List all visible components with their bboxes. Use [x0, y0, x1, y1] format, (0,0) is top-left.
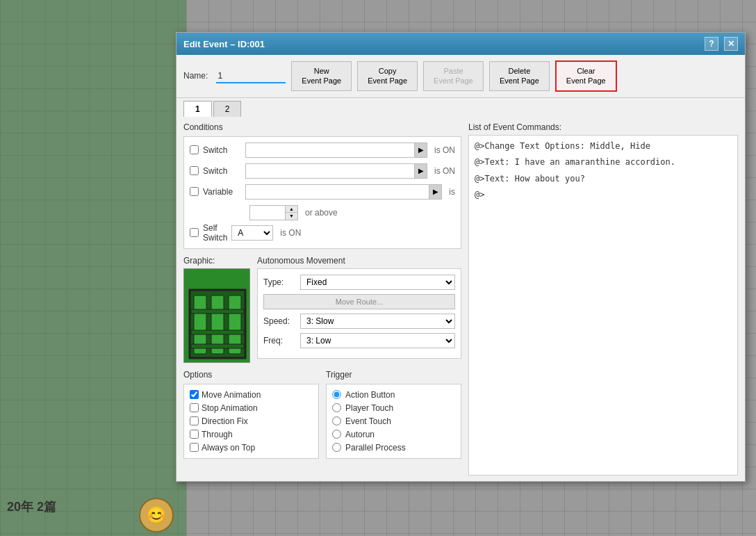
tab-2[interactable]: 2 [213, 101, 242, 117]
direction-fix-label: Direction Fix [202, 416, 248, 426]
graphic-svg [184, 268, 249, 362]
type-label: Type: [263, 277, 295, 287]
move-route-button[interactable]: Move Route... [263, 294, 455, 309]
condition-switch1-row: Switch ▶ is ON [190, 143, 455, 158]
freq-select[interactable]: 1: Lowest 2: Lower 3: Low 4: Normal 5: H… [300, 333, 455, 348]
variable-suffix: is [449, 187, 455, 197]
spin-down[interactable]: ▼ [286, 213, 297, 220]
variable-label: Variable [203, 187, 241, 197]
type-select[interactable]: Fixed Random Approach Custom [300, 275, 455, 290]
commands-label: List of Event Commands: [468, 122, 738, 132]
stop-animation-label: Stop Animation [202, 403, 258, 413]
through-checkbox[interactable] [190, 430, 199, 439]
tab-1[interactable]: 1 [183, 101, 212, 117]
trigger-event-touch-label: Event Touch [345, 416, 391, 426]
type-row: Type: Fixed Random Approach Custom [263, 275, 455, 290]
speed-select[interactable]: 1: Slowest 2: Slower 3: Slow 4: Normal 5… [300, 314, 455, 329]
trigger-action-button-radio[interactable] [332, 390, 341, 399]
option-through-row: Through [190, 430, 313, 439]
trigger-player-touch-label: Player Touch [345, 403, 393, 413]
options-area: Options Move Animation Stop Animation [183, 370, 319, 459]
condition-variable-row: Variable ▶ is [190, 184, 455, 200]
switch2-suffix: is ON [434, 166, 455, 176]
move-animation-label: Move Animation [202, 390, 261, 400]
svg-rect-5 [191, 309, 244, 314]
clear-event-page-button[interactable]: ClearEvent Page [555, 60, 617, 92]
switch1-label: Switch [203, 145, 241, 155]
speed-label: Speed: [263, 316, 295, 326]
trigger-autorun-radio[interactable] [332, 430, 341, 439]
delete-event-page-button[interactable]: DeleteEvent Page [489, 61, 550, 91]
graphic-label: Graphic: [183, 256, 250, 266]
direction-fix-checkbox[interactable] [190, 416, 199, 425]
condition-self-switch-row: SelfSwitch A B C D is ON [190, 223, 455, 243]
always-on-top-label: Always on Top [202, 443, 255, 453]
help-button[interactable]: ? [705, 37, 718, 51]
always-on-top-checkbox[interactable] [190, 443, 199, 452]
move-animation-checkbox[interactable] [190, 390, 199, 399]
freq-label: Freq: [263, 336, 295, 346]
left-panel: Conditions Switch ▶ is ON Switch ▶ [183, 122, 461, 476]
right-panel: List of Event Commands: @>Change Text Op… [468, 122, 738, 476]
cmd-line-2: @>Text: I have an amaranthine accordion. [472, 154, 734, 171]
trigger-parallel-process-radio[interactable] [332, 443, 341, 452]
freq-row: Freq: 1: Lowest 2: Lower 3: Low 4: Norma… [263, 333, 455, 348]
paste-event-page-button[interactable]: PasteEvent Page [423, 61, 484, 91]
trigger-event-touch-radio[interactable] [332, 416, 341, 425]
variable-spin-buttons: ▲ ▼ [285, 206, 297, 220]
variable-checkbox[interactable] [190, 187, 199, 196]
close-button[interactable]: ✕ [724, 37, 738, 51]
trigger-box: Action Button Player Touch Event Touch [326, 384, 461, 459]
autonomous-section: Autonomous Movement Type: Fixed Random A… [257, 256, 461, 363]
variable-value-row: ▲ ▼ or above [190, 205, 455, 220]
trigger-parallel-process-row: Parallel Process [332, 443, 455, 453]
name-label: Name: [183, 71, 208, 81]
switch1-checkbox[interactable] [190, 145, 199, 154]
titlebar-controls: ? ✕ [705, 37, 738, 51]
self-switch-checkbox[interactable] [190, 228, 199, 237]
trigger-player-touch-row: Player Touch [332, 403, 455, 413]
variable-dropdown-arrow: ▶ [429, 185, 441, 199]
bottom-section: Options Move Animation Stop Animation [183, 370, 461, 459]
variable-value-input[interactable]: ▲ ▼ [249, 205, 298, 220]
jp-text: 20年 2篇 [7, 498, 56, 515]
speed-row: Speed: 1: Slowest 2: Slower 3: Slow 4: N… [263, 314, 455, 329]
svg-rect-6 [191, 330, 244, 334]
character-avatar: 😊 [139, 498, 174, 533]
dialog-content: Conditions Switch ▶ is ON Switch ▶ [176, 117, 745, 481]
trigger-area: Trigger Action Button Player Touch Ev [326, 370, 461, 459]
dialog-title: Edit Event – ID:001 [183, 39, 265, 49]
switch2-checkbox[interactable] [190, 166, 199, 175]
trigger-label: Trigger [326, 370, 461, 380]
new-event-page-button[interactable]: NewEvent Page [291, 61, 352, 91]
stop-animation-checkbox[interactable] [190, 403, 199, 412]
switch2-dropdown[interactable]: ▶ [245, 163, 427, 179]
trigger-player-touch-radio[interactable] [332, 403, 341, 412]
autonomous-label: Autonomous Movement [257, 256, 461, 266]
cmd-line-1: @>Change Text Options: Middle, Hide [472, 138, 734, 155]
through-label: Through [202, 430, 233, 439]
trigger-action-button-label: Action Button [345, 390, 395, 400]
dialog-toolbar: Name: NewEvent Page CopyEvent Page Paste… [176, 55, 745, 98]
tabs-row: 1 2 [176, 98, 745, 117]
self-switch-select[interactable]: A B C D [231, 225, 273, 241]
cmd-line-3: @>Text: How about you? [472, 171, 734, 188]
spin-up[interactable]: ▲ [286, 206, 297, 213]
trigger-autorun-row: Autorun [332, 430, 455, 439]
or-above-text: or above [305, 208, 338, 218]
name-input[interactable] [216, 69, 286, 83]
svg-rect-7 [191, 344, 244, 348]
switch2-label: Switch [203, 166, 241, 176]
copy-event-page-button[interactable]: CopyEvent Page [357, 61, 418, 91]
switch1-dropdown-arrow: ▶ [414, 143, 427, 157]
trigger-autorun-label: Autorun [345, 430, 375, 439]
variable-dropdown[interactable]: ▶ [245, 184, 442, 200]
option-stop-animation-row: Stop Animation [190, 403, 313, 413]
graphic-preview[interactable] [183, 268, 250, 363]
switch1-dropdown[interactable]: ▶ [245, 143, 427, 158]
self-switch-suffix: is ON [280, 228, 301, 238]
switch2-dropdown-arrow: ▶ [414, 164, 427, 178]
trigger-action-button-row: Action Button [332, 390, 455, 400]
options-box: Move Animation Stop Animation Direction … [183, 384, 319, 459]
commands-box[interactable]: @>Change Text Options: Middle, Hide @>Te… [468, 135, 738, 476]
